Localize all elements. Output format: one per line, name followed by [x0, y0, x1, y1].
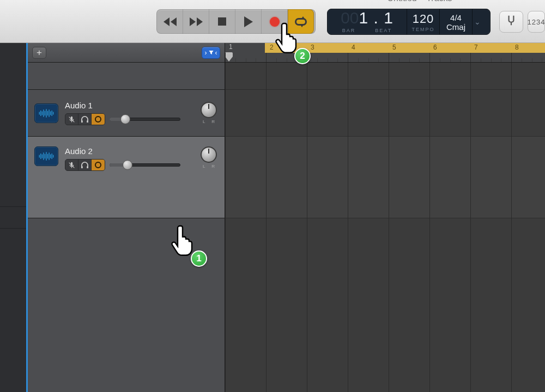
rewind-icon: [164, 17, 177, 26]
window-title: Untitled – Tracks: [349, 0, 491, 4]
fast-forward-button[interactable]: [183, 9, 209, 34]
chevron-left-icon: ‹: [215, 49, 217, 57]
bar-number: 6: [433, 44, 437, 51]
transport-controls: [156, 9, 316, 34]
arrangement-grid[interactable]: [225, 63, 545, 392]
cycle-button[interactable]: [288, 9, 314, 34]
timeline-ruler[interactable]: 12345678: [225, 43, 545, 63]
track-list-header: + › ‹: [28, 43, 225, 63]
lcd-ghost-digits: 00: [341, 9, 359, 27]
workspace: + › ‹ Audio 1: [0, 43, 545, 392]
inspector-column: [0, 43, 26, 392]
play-icon: [244, 16, 253, 27]
track-name[interactable]: Audio 2: [65, 146, 193, 156]
bar-label: BAR: [342, 28, 356, 33]
bar-number: 5: [392, 44, 396, 51]
monitor-button[interactable]: [78, 160, 92, 170]
track-row[interactable]: Audio 2: [28, 137, 225, 218]
grid-row: [225, 90, 545, 137]
lcd-position-value: 1 . 1: [359, 9, 393, 27]
record-enable-icon: [95, 116, 101, 122]
tempo-value: 120: [413, 13, 434, 25]
cycle-icon: [295, 18, 307, 26]
waveform-icon: [37, 151, 56, 162]
track-name[interactable]: Audio 1: [65, 101, 193, 110]
filter-icon: [208, 50, 214, 56]
volume-fader[interactable]: [110, 115, 180, 123]
track-button-group: [65, 113, 105, 125]
mute-icon: [68, 162, 75, 169]
fader-knob-icon: [123, 160, 132, 170]
countin-label: 1234: [528, 18, 545, 26]
headphones-icon: [81, 162, 89, 169]
inspector-slot[interactable]: [0, 206, 26, 228]
svg-rect-15: [87, 120, 88, 122]
mute-icon: [68, 116, 75, 123]
monitor-button[interactable]: [78, 114, 92, 125]
headphones-icon: [81, 116, 89, 123]
fader-knob-icon: [120, 114, 130, 124]
bar-number: 8: [515, 44, 519, 51]
tutorial-badge: 2: [294, 48, 311, 64]
pan-knob-icon: [201, 146, 217, 163]
grid-row: [225, 218, 545, 392]
lcd-signature[interactable]: 4/4 Cmaj: [440, 9, 473, 34]
bar-number: 4: [352, 44, 355, 51]
bar-number: 3: [311, 44, 314, 51]
track-type-icon[interactable]: [34, 103, 58, 123]
beat-label: BEAT: [375, 28, 392, 33]
mute-button[interactable]: [65, 114, 78, 125]
volume-fader[interactable]: [110, 161, 180, 169]
record-enable-icon: [95, 162, 101, 168]
waveform-icon: [37, 108, 56, 119]
arrangement-area[interactable]: 12345678: [225, 43, 545, 392]
inspector-slot[interactable]: [0, 43, 26, 65]
grid-row: [225, 137, 545, 218]
svg-rect-14: [81, 120, 83, 122]
record-enable-button[interactable]: [92, 160, 105, 170]
stop-button[interactable]: [209, 9, 235, 34]
lcd-menu-chevron-icon[interactable]: ⌄: [473, 9, 482, 34]
play-button[interactable]: [235, 9, 262, 34]
countin-button[interactable]: 1234: [528, 11, 545, 33]
inspector-slot[interactable]: [0, 228, 26, 250]
track-type-icon[interactable]: [34, 146, 58, 166]
pan-control[interactable]: L R: [199, 146, 218, 169]
chevron-right-icon: ›: [205, 49, 207, 57]
track-button-group: [65, 159, 105, 171]
plus-icon: +: [37, 47, 42, 58]
pan-control[interactable]: L R: [199, 102, 218, 124]
bar-number: 2: [270, 44, 274, 51]
track-filter-button[interactable]: › ‹: [202, 47, 220, 59]
record-button[interactable]: [262, 9, 288, 34]
toolbar: Untitled – Tracks 001 . 1 BAR BEAT: [0, 0, 545, 43]
empty-track-area[interactable]: [28, 218, 225, 392]
stop-icon: [218, 17, 226, 26]
key-signature: Cmaj: [446, 22, 465, 32]
bar-number: 1: [229, 43, 233, 51]
tuner-button[interactable]: [499, 11, 523, 33]
record-enable-button[interactable]: [92, 114, 105, 125]
tuning-fork-icon: [504, 14, 518, 29]
track-list-spacer: [28, 63, 225, 90]
rewind-button[interactable]: [157, 9, 183, 34]
mute-button[interactable]: [65, 160, 78, 170]
lcd-position[interactable]: 001 . 1 BAR BEAT: [328, 9, 407, 34]
grid-row: [225, 63, 545, 90]
lcd-tempo[interactable]: 120 TEMPO: [407, 9, 440, 34]
playhead[interactable]: [225, 52, 233, 61]
svg-rect-30: [87, 166, 88, 168]
time-signature: 4/4: [450, 13, 462, 22]
pan-knob-icon: [201, 102, 217, 118]
pan-label: L R: [203, 164, 217, 169]
fast-forward-icon: [190, 17, 203, 26]
bar-number: 7: [474, 44, 478, 51]
lcd-display[interactable]: 001 . 1 BAR BEAT 120 TEMPO 4/4 Cmaj ⌄: [327, 9, 491, 35]
add-track-button[interactable]: +: [32, 47, 46, 59]
track-list-panel: + › ‹ Audio 1: [26, 43, 225, 392]
svg-rect-29: [81, 166, 83, 168]
tutorial-badge: 1: [191, 250, 207, 267]
record-icon: [270, 17, 280, 27]
track-row[interactable]: Audio 1: [28, 90, 225, 137]
tempo-label: TEMPO: [412, 27, 435, 32]
